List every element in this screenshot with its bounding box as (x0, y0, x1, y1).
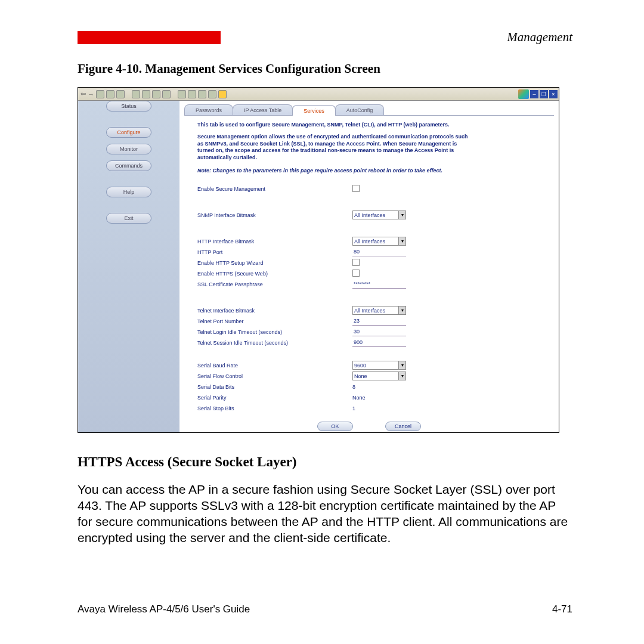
search-icon[interactable] (132, 90, 140, 98)
select-http-bitmask[interactable]: All Interfaces▾ (352, 237, 406, 246)
select-telnet-bitmask[interactable]: All Interfaces▾ (352, 306, 406, 315)
ok-button[interactable]: OK (317, 422, 353, 431)
label-enable-secure-mgmt: Enable Secure Management (197, 186, 352, 192)
label-telnet-login-timeout: Telnet Login Idle Timeout (seconds) (197, 329, 352, 335)
chevron-down-icon: ▾ (398, 372, 405, 380)
close-icon[interactable]: × (549, 90, 558, 98)
sidebar-item-help[interactable]: Help (106, 187, 151, 197)
select-value: 9600 (354, 363, 366, 369)
norton-icon[interactable] (218, 90, 227, 98)
chevron-down-icon: ▾ (398, 237, 405, 245)
tab-passwords[interactable]: Passwords (184, 104, 233, 115)
fav-icon[interactable] (142, 90, 150, 98)
config-screenshot: ⇦ → – ❐ × (78, 87, 559, 433)
chevron-down-icon: ▾ (398, 361, 405, 369)
value-serial-stop-bits: 1 (352, 405, 355, 411)
tab-services[interactable]: Services (292, 105, 336, 116)
back-icon[interactable]: ⇦ (80, 90, 86, 98)
history-icon[interactable] (152, 90, 160, 98)
intro-note: Note: Changes to the parameters in this … (197, 168, 541, 174)
edit-icon[interactable] (188, 90, 196, 98)
fwd-icon[interactable]: → (88, 91, 94, 98)
chevron-down-icon: ▾ (398, 211, 405, 219)
stop-icon[interactable] (96, 90, 104, 98)
label-telnet-bitmask: Telnet Interface Bitmask (197, 308, 352, 314)
select-value: All Interfaces (354, 239, 385, 244)
select-value: All Interfaces (354, 212, 385, 218)
select-serial-flow[interactable]: None▾ (352, 371, 406, 380)
footer-right: 4-71 (552, 603, 572, 615)
sidebar-label: Status (121, 103, 137, 109)
tab-ip-access-table[interactable]: IP Access Table (233, 104, 293, 115)
sidebar-label: Configure (117, 129, 140, 135)
label-serial-flow: Serial Flow Control (197, 373, 352, 379)
tab-label: Passwords (196, 107, 222, 113)
label-telnet-port: Telnet Port Number (197, 318, 352, 324)
label-serial-data-bits: Serial Data Bits (197, 384, 352, 390)
input-telnet-login-timeout[interactable]: 30 (352, 328, 406, 336)
label-serial-stop-bits: Serial Stop Bits (197, 405, 352, 411)
value-serial-parity: None (352, 395, 366, 401)
select-value: None (354, 373, 367, 379)
home-icon[interactable] (116, 90, 125, 98)
restore-icon[interactable]: ❐ (540, 90, 548, 98)
input-ssl-pass[interactable]: ******** (352, 280, 406, 289)
sidebar-item-monitor[interactable]: Monitor (106, 144, 151, 154)
figure-caption: Figure 4-10. Management Services Configu… (78, 61, 572, 76)
tab-label: AutoConfig (346, 107, 373, 113)
misc-icon[interactable] (198, 90, 206, 98)
print-icon[interactable] (178, 90, 186, 98)
sidebar-label: Help (123, 189, 135, 195)
checkbox-http-wizard[interactable] (352, 259, 360, 266)
sidebar-label: Commands (115, 163, 143, 169)
label-serial-parity: Serial Parity (197, 395, 352, 401)
tab-strip: Passwords IP Access Table Services AutoC… (184, 104, 559, 115)
input-http-port[interactable]: 80 (352, 248, 406, 256)
tab-autoconfig[interactable]: AutoConfig (335, 104, 385, 115)
windows-flag-icon (518, 89, 529, 99)
intro-line: This tab is used to configure Secure Man… (197, 122, 541, 128)
word-icon[interactable] (208, 90, 216, 98)
sidebar-item-exit[interactable]: Exit (106, 213, 151, 224)
brand-bar (78, 31, 221, 44)
body-paragraph: You can access the AP in a secure fashio… (78, 482, 572, 546)
browser-toolbar: ⇦ → – ❐ × (78, 88, 559, 101)
label-serial-baud: Serial Baud Rate (197, 363, 352, 369)
intro-paragraph: Secure Management option allows the use … (197, 134, 472, 162)
value-serial-data-bits: 8 (352, 384, 355, 390)
mail-icon[interactable] (162, 90, 171, 98)
label-http-bitmask: HTTP Interface Bitmask (197, 239, 352, 244)
select-serial-baud[interactable]: 9600▾ (352, 361, 406, 370)
input-telnet-session-timeout[interactable]: 900 (352, 339, 406, 347)
main-panel: Passwords IP Access Table Services AutoC… (179, 101, 559, 432)
label-ssl-pass: SSL Certificate Passphrase (197, 281, 352, 287)
section-heading: HTTPS Access (Secure Socket Layer) (78, 454, 572, 470)
cancel-button[interactable]: Cancel (385, 422, 421, 431)
sidebar-item-status[interactable]: Status (106, 101, 151, 112)
label-http-port: HTTP Port (197, 249, 352, 255)
label-telnet-session-timeout: Telnet Session Idle Timeout (seconds) (197, 340, 352, 346)
footer-left: Avaya Wireless AP-4/5/6 User's Guide (78, 603, 250, 615)
refresh-icon[interactable] (106, 90, 114, 98)
select-value: All Interfaces (354, 308, 385, 314)
sidebar-nav: Status Configure Monitor Commands Help E… (78, 101, 179, 432)
label-http-wizard: Enable HTTP Setup Wizard (197, 260, 352, 266)
sidebar-label: Exit (124, 215, 133, 221)
chevron-down-icon: ▾ (398, 306, 405, 314)
sidebar-label: Monitor (120, 146, 138, 152)
checkbox-https[interactable] (352, 270, 360, 277)
section-header: Management (507, 30, 572, 45)
label-https: Enable HTTPS (Secure Web) (197, 271, 352, 277)
sidebar-item-configure[interactable]: Configure (106, 127, 151, 138)
label-snmp-bitmask: SNMP Interface Bitmask (197, 212, 352, 218)
tab-label: IP Access Table (244, 107, 281, 113)
input-telnet-port[interactable]: 23 (352, 317, 406, 326)
select-snmp-bitmask[interactable]: All Interfaces▾ (352, 210, 406, 219)
checkbox-enable-secure-mgmt[interactable] (352, 185, 360, 192)
minimize-icon[interactable]: – (530, 90, 538, 98)
tab-label: Services (304, 108, 324, 114)
sidebar-item-commands[interactable]: Commands (106, 160, 151, 171)
